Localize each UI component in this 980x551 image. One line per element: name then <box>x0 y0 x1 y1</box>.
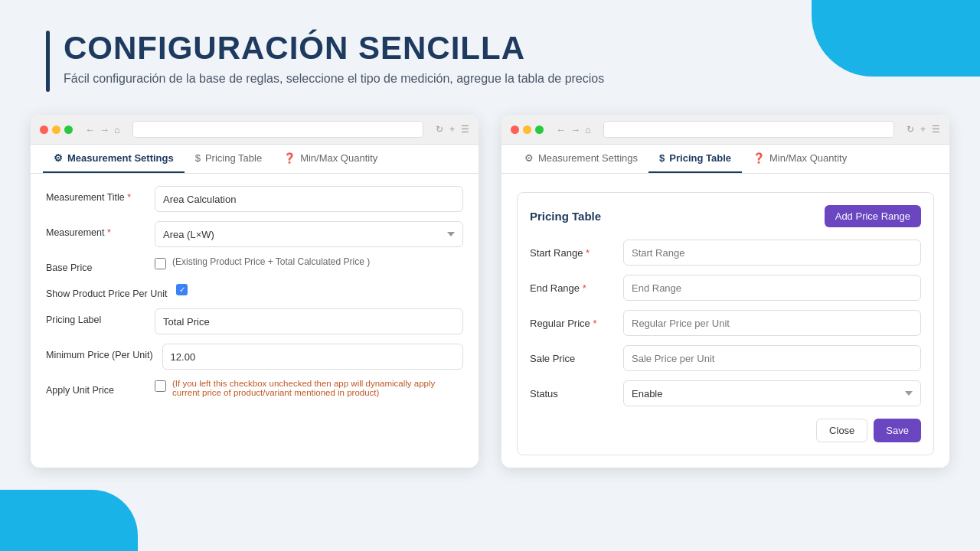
start-range-input[interactable] <box>623 240 921 266</box>
pricing-panel: Pricing Table Add Price Range Start Rang… <box>501 174 949 468</box>
right-browser-dots <box>511 126 544 134</box>
sale-price-row: Sale Price <box>530 345 921 371</box>
pricing-table-header: Pricing Table Add Price Range <box>530 205 921 227</box>
right-browser-menu[interactable]: ☰ <box>932 124 940 135</box>
nav-home[interactable]: ⌂ <box>114 124 120 135</box>
browser-dots <box>40 126 73 134</box>
required-star-regular: * <box>593 318 596 329</box>
browser-refresh[interactable]: ↻ <box>436 124 443 135</box>
pricing-table-container: Pricing Table Add Price Range Start Rang… <box>517 192 934 455</box>
show-product-price-row: Show Product Price Per Unit <box>46 282 463 299</box>
question-icon-right: ❓ <box>753 152 765 164</box>
main-content: ← → ⌂ ↻ + ☰ ⚙ Measurement Settings $ Pri… <box>0 115 980 468</box>
right-dot-red[interactable] <box>511 126 519 134</box>
pricing-label-input[interactable] <box>155 308 463 334</box>
dot-yellow[interactable] <box>52 126 60 134</box>
subtitle: Fácil configuración de la base de reglas… <box>64 72 604 86</box>
measurement-title-row: Measurement Title * <box>46 186 463 212</box>
dollar-icon-right: $ <box>659 152 665 164</box>
sale-price-input[interactable] <box>623 345 921 371</box>
sale-price-label: Sale Price <box>530 353 614 364</box>
gear-icon-right: ⚙ <box>524 152 534 164</box>
browser-add-tab[interactable]: + <box>449 124 455 135</box>
dot-red[interactable] <box>40 126 48 134</box>
tab-min-max-left[interactable]: ❓ Min/Max Quantity <box>273 145 388 173</box>
browser-actions: ↻ + ☰ <box>436 124 469 135</box>
status-label: Status <box>530 388 614 399</box>
right-browser-nav: ← → ⌂ <box>556 124 591 135</box>
apply-unit-price-row: Apply Unit Price (If you left this check… <box>46 379 463 397</box>
required-star-end: * <box>583 282 586 294</box>
measurement-select[interactable]: Area (L×W) Length Width Height <box>155 221 463 247</box>
start-range-row: Start Range * <box>530 240 921 266</box>
right-nav-home[interactable]: ⌂ <box>585 124 591 135</box>
pricing-label-row: Pricing Label <box>46 308 463 334</box>
status-select[interactable]: Enable Disable <box>623 380 921 406</box>
show-product-price-checkbox[interactable] <box>176 284 188 295</box>
regular-price-label: Regular Price * <box>530 318 614 329</box>
right-browser-actions: ↻ + ☰ <box>906 124 940 135</box>
base-price-label: Base Price <box>46 256 145 273</box>
nav-forward[interactable]: → <box>100 124 109 135</box>
regular-price-row: Regular Price * <box>530 310 921 336</box>
measurement-title-input[interactable] <box>155 186 463 212</box>
right-nav-forward[interactable]: → <box>570 124 580 135</box>
minimum-price-input[interactable] <box>162 344 463 370</box>
question-icon-left: ❓ <box>283 152 296 164</box>
apply-unit-price-warning: (If you left this checkbox unchecked the… <box>172 379 463 397</box>
browser-address-bar[interactable] <box>132 121 423 138</box>
tab-pricing-table-left[interactable]: $ Pricing Table <box>185 145 273 173</box>
measurement-title-label: Measurement Title * <box>46 186 145 203</box>
measurement-label: Measurement * <box>46 221 145 238</box>
save-button[interactable]: Save <box>874 419 921 442</box>
right-dot-yellow[interactable] <box>523 126 531 134</box>
measurement-row: Measurement * Area (L×W) Length Width He… <box>46 221 463 247</box>
apply-unit-price-label: Apply Unit Price <box>46 379 145 396</box>
left-browser-window: ← → ⌂ ↻ + ☰ ⚙ Measurement Settings $ Pri… <box>31 115 479 468</box>
end-range-input[interactable] <box>623 275 921 301</box>
tab-measurement-settings-right[interactable]: ⚙ Measurement Settings <box>514 145 648 173</box>
right-browser-refresh[interactable]: ↻ <box>906 124 914 135</box>
pricing-table-title: Pricing Table <box>530 210 601 223</box>
dollar-icon-left: $ <box>195 152 201 164</box>
header-border: CONFIGURACIÓN SENCILLA Fácil configuraci… <box>46 31 934 92</box>
required-star-start: * <box>586 247 590 259</box>
add-price-range-button[interactable]: Add Price Range <box>825 205 921 227</box>
end-range-row: End Range * <box>530 275 921 301</box>
required-star-measurement: * <box>107 227 111 238</box>
right-nav-back[interactable]: ← <box>556 124 566 135</box>
tab-pricing-table-right[interactable]: $ Pricing Table <box>648 145 742 173</box>
tab-min-max-right[interactable]: ❓ Min/Max Quantity <box>742 145 858 173</box>
pricing-actions: Close Save <box>530 419 921 442</box>
header-text-block: CONFIGURACIÓN SENCILLA Fácil configuraci… <box>64 31 604 86</box>
right-browser-toolbar: ← → ⌂ ↻ + ☰ <box>501 115 949 145</box>
right-browser-window: ← → ⌂ ↻ + ☰ ⚙ Measurement Settings $ Pri… <box>501 115 949 468</box>
base-price-checkbox[interactable] <box>155 258 166 269</box>
close-button[interactable]: Close <box>816 419 867 442</box>
header-left-border <box>46 31 50 92</box>
right-tabs-bar: ⚙ Measurement Settings $ Pricing Table ❓… <box>501 145 949 174</box>
minimum-price-label: Minimum Price (Per Unit) <box>46 344 153 360</box>
regular-price-input[interactable] <box>623 310 921 336</box>
show-product-price-label: Show Product Price Per Unit <box>46 282 167 299</box>
required-star-title: * <box>127 192 131 203</box>
dot-green[interactable] <box>64 126 73 134</box>
browser-nav: ← → ⌂ <box>85 124 120 135</box>
left-browser-toolbar: ← → ⌂ ↻ + ☰ <box>31 115 479 145</box>
gear-icon-left: ⚙ <box>54 152 63 164</box>
header-section: CONFIGURACIÓN SENCILLA Fácil configuraci… <box>0 0 980 107</box>
bg-decoration-bottom-left <box>0 490 138 551</box>
browser-menu[interactable]: ☰ <box>461 124 469 135</box>
right-dot-green[interactable] <box>535 126 544 134</box>
base-price-row: Base Price (Existing Product Price + Tot… <box>46 256 463 273</box>
right-browser-address-bar[interactable] <box>603 121 894 138</box>
minimum-price-row: Minimum Price (Per Unit) <box>46 344 463 370</box>
end-range-label: End Range * <box>530 282 614 294</box>
apply-unit-price-checkbox[interactable] <box>155 380 166 392</box>
tab-measurement-settings-left[interactable]: ⚙ Measurement Settings <box>43 145 185 173</box>
base-price-checkbox-label: (Existing Product Price + Total Calculat… <box>172 256 370 267</box>
left-tabs-bar: ⚙ Measurement Settings $ Pricing Table ❓… <box>31 145 479 174</box>
nav-back[interactable]: ← <box>85 124 95 135</box>
left-form-content: Measurement Title * Measurement * Area (… <box>31 174 479 419</box>
right-browser-add-tab[interactable]: + <box>920 124 926 135</box>
